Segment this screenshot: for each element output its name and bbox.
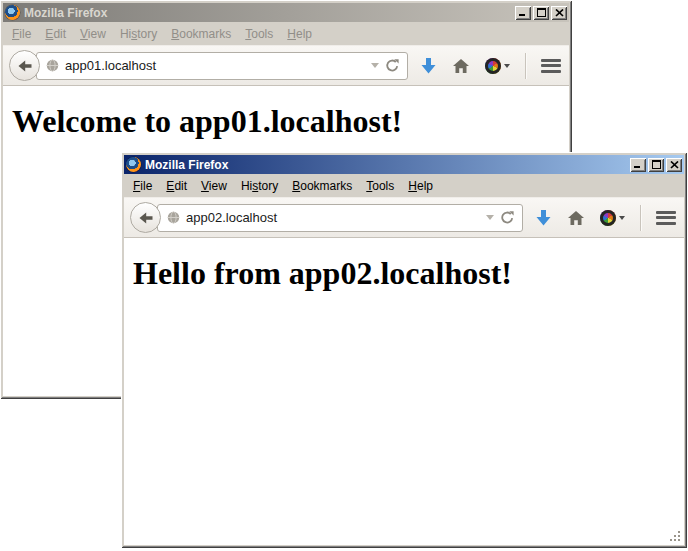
menu-edit[interactable]: Edit: [159, 176, 194, 196]
hamburger-icon: [541, 59, 561, 73]
menu-tools[interactable]: Tools: [359, 176, 401, 196]
app-menu-button[interactable]: [541, 59, 561, 73]
url-text[interactable]: app01.localhost: [65, 58, 365, 73]
url-text[interactable]: app02.localhost: [186, 210, 480, 225]
reload-icon[interactable]: [385, 58, 400, 73]
navigation-toolbar: app02.localhost: [124, 197, 684, 238]
minimize-button[interactable]: [515, 6, 531, 20]
firefox-window-app02: Mozilla Firefox File Edit View History B…: [121, 152, 687, 548]
menu-tools[interactable]: Tools: [238, 24, 280, 44]
window-title: Mozilla Firefox: [145, 158, 626, 172]
titlebar[interactable]: Mozilla Firefox: [3, 3, 569, 22]
menu-history[interactable]: History: [113, 24, 164, 44]
firefox-logo-icon: [5, 5, 20, 20]
menu-help[interactable]: Help: [280, 24, 319, 44]
home-button[interactable]: [452, 58, 470, 74]
home-icon: [452, 58, 470, 74]
app-menu-button[interactable]: [656, 211, 676, 225]
download-button[interactable]: [420, 57, 437, 75]
titlebar[interactable]: Mozilla Firefox: [124, 155, 684, 174]
menu-file[interactable]: File: [5, 24, 38, 44]
resize-grip[interactable]: [669, 530, 682, 543]
url-bar[interactable]: app02.localhost: [157, 204, 523, 232]
maximize-button[interactable]: [533, 6, 549, 20]
menu-view[interactable]: View: [194, 176, 234, 196]
chevron-down-icon: [619, 216, 625, 220]
firefox-logo-icon: [126, 157, 141, 172]
back-arrow-icon: [138, 210, 154, 226]
addon-colorwheel-button[interactable]: [600, 210, 625, 226]
globe-icon: [167, 211, 180, 224]
maximize-icon: [652, 160, 661, 169]
maximize-button[interactable]: [648, 158, 664, 172]
page-heading: Hello from app02.localhost!: [133, 255, 684, 292]
minimize-icon: [519, 14, 525, 16]
reload-icon[interactable]: [500, 210, 515, 225]
color-wheel-icon: [600, 210, 616, 226]
toolbar-separator: [640, 205, 641, 231]
download-arrow-icon: [420, 57, 437, 75]
url-bar[interactable]: app01.localhost: [36, 52, 408, 80]
toolbar-separator: [525, 53, 526, 79]
page-content: Hello from app02.localhost!: [124, 238, 684, 545]
window-title: Mozilla Firefox: [24, 6, 511, 20]
back-button[interactable]: [130, 202, 161, 233]
page-heading: Welcome to app01.localhost!: [12, 103, 569, 140]
urlbar-dropdown-icon[interactable]: [371, 63, 379, 68]
menu-file[interactable]: File: [126, 176, 159, 196]
minimize-button[interactable]: [630, 158, 646, 172]
home-button[interactable]: [567, 210, 585, 226]
maximize-icon: [537, 8, 546, 17]
close-button[interactable]: [666, 158, 682, 172]
menu-bookmarks[interactable]: Bookmarks: [285, 176, 359, 196]
addon-colorwheel-button[interactable]: [485, 58, 510, 74]
close-icon: [670, 161, 679, 169]
menu-bar: File Edit View History Bookmarks Tools H…: [124, 174, 684, 197]
globe-icon: [46, 59, 59, 72]
menu-help[interactable]: Help: [401, 176, 440, 196]
urlbar-dropdown-icon[interactable]: [486, 215, 494, 220]
download-arrow-icon: [535, 209, 552, 227]
menu-view[interactable]: View: [73, 24, 113, 44]
hamburger-icon: [656, 211, 676, 225]
menu-bookmarks[interactable]: Bookmarks: [164, 24, 238, 44]
menu-edit[interactable]: Edit: [38, 24, 73, 44]
download-button[interactable]: [535, 209, 552, 227]
color-wheel-icon: [485, 58, 501, 74]
minimize-icon: [634, 166, 640, 168]
home-icon: [567, 210, 585, 226]
close-button[interactable]: [551, 6, 567, 20]
close-icon: [555, 9, 564, 17]
back-arrow-icon: [17, 58, 33, 74]
chevron-down-icon: [504, 64, 510, 68]
navigation-toolbar: app01.localhost: [3, 45, 569, 86]
back-button[interactable]: [9, 50, 40, 81]
menu-history[interactable]: History: [234, 176, 285, 196]
menu-bar: File Edit View History Bookmarks Tools H…: [3, 22, 569, 45]
